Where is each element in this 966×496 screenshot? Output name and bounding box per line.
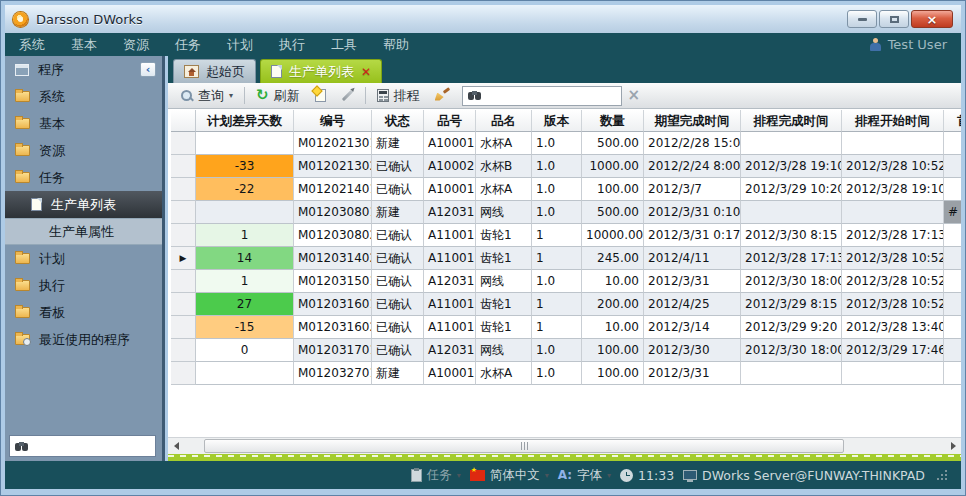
- sidebar-item-10[interactable]: 最近使用的程序: [5, 326, 162, 353]
- cell-sched_finish: 2012/3/30 8:15: [741, 224, 842, 247]
- sidebar-item-5[interactable]: 生产单列表: [5, 191, 162, 218]
- cell-sched_finish: 2012/3/28 17:13: [741, 247, 842, 270]
- scroll-left-button[interactable]: [168, 438, 184, 455]
- column-header-part_no[interactable]: 品号: [424, 110, 476, 132]
- table-row[interactable]: -22M012021401已确认A10001水杯A1.0100.002012/3…: [171, 178, 961, 201]
- row-selector[interactable]: [171, 362, 196, 385]
- toolbar-search-input[interactable]: [473, 89, 628, 103]
- cell-diff: [196, 132, 294, 155]
- cell-part_no: A10002: [424, 155, 476, 178]
- row-selector[interactable]: [171, 339, 196, 362]
- cell-version: 1.0: [532, 362, 582, 385]
- column-header-sched_finish[interactable]: 排程完成时间: [741, 110, 842, 132]
- row-selector[interactable]: [171, 155, 196, 178]
- table-row[interactable]: 0M012031701已确认A12031网线1.0100.002012/3/30…: [171, 339, 961, 362]
- cell-sched_start: 2012/3/28 10:52: [842, 270, 944, 293]
- menu-item-8[interactable]: 帮助: [383, 36, 409, 54]
- cell-qty: 10000.00: [582, 224, 644, 247]
- edit-button[interactable]: [337, 92, 358, 99]
- sidebar-item-label: 基本: [39, 115, 65, 133]
- cell-diff: [196, 201, 294, 224]
- language-dropdown[interactable]: 简体中文 ▾: [470, 467, 549, 484]
- query-button[interactable]: 查询 ▾: [176, 85, 237, 107]
- table-row[interactable]: M012021301新建A10001水杯A1.0500.002012/2/28 …: [171, 132, 961, 155]
- row-selector[interactable]: [171, 316, 196, 339]
- sidebar-item-3[interactable]: 资源: [5, 137, 162, 164]
- sidebar-collapse-button[interactable]: ‹: [140, 62, 156, 77]
- table-row[interactable]: -33M012021302已确认A10002水杯B1.01000.002012/…: [171, 155, 961, 178]
- menu-item-7[interactable]: 工具: [331, 36, 357, 54]
- maximize-button[interactable]: [879, 10, 909, 28]
- horizontal-scrollbar: [168, 437, 961, 454]
- font-dropdown[interactable]: A: 字体 ▾: [558, 467, 611, 484]
- tab-2[interactable]: 生产单列表✕: [260, 59, 382, 83]
- chevron-down-icon: ▾: [457, 471, 461, 480]
- table-row[interactable]: 1M012030802已确认A11001齿轮1110000.002012/3/3…: [171, 224, 961, 247]
- column-header-code[interactable]: 编号: [294, 110, 372, 132]
- close-button[interactable]: ×: [911, 10, 953, 28]
- resize-grip[interactable]: [938, 471, 947, 480]
- column-header-version[interactable]: 版本: [532, 110, 582, 132]
- cell-status: 新建: [372, 362, 424, 385]
- tab-close-icon[interactable]: ✕: [361, 66, 371, 78]
- cell-diff: -15: [196, 316, 294, 339]
- sidebar-item-9[interactable]: 看板: [5, 299, 162, 326]
- header-selector-cell: [171, 110, 196, 132]
- table-row[interactable]: M012032701新建A10001水杯A1.0100.002012/3/31: [171, 362, 961, 385]
- scrollbar-track[interactable]: [184, 438, 945, 455]
- menu-item-4[interactable]: 任务: [175, 36, 201, 54]
- cell-part_name: 网线: [476, 339, 532, 362]
- clean-button[interactable]: [431, 87, 453, 105]
- row-selector[interactable]: [171, 178, 196, 201]
- menu-item-1[interactable]: 系统: [19, 36, 45, 54]
- sidebar-item-4[interactable]: 任务: [5, 164, 162, 191]
- cell-part_no: A12031: [424, 270, 476, 293]
- cell-status: 已确认: [372, 247, 424, 270]
- menu-item-5[interactable]: 计划: [227, 36, 253, 54]
- user-chip[interactable]: Test User: [869, 37, 947, 52]
- column-header-diff[interactable]: 计划差异天数: [196, 110, 294, 132]
- row-selector[interactable]: [171, 270, 196, 293]
- sidebar-search-input[interactable]: [20, 439, 175, 453]
- scrollbar-thumb[interactable]: [204, 439, 844, 453]
- new-button[interactable]: [311, 87, 330, 104]
- sidebar-item-7[interactable]: 计划: [5, 245, 162, 272]
- column-header-part_name[interactable]: 品名: [476, 110, 532, 132]
- row-selector[interactable]: ▶: [171, 247, 196, 270]
- schedule-button[interactable]: 排程: [373, 85, 424, 107]
- task-label: 任务: [427, 467, 452, 484]
- row-selector[interactable]: [171, 293, 196, 316]
- column-header-status[interactable]: 状态: [372, 110, 424, 132]
- tab-1[interactable]: 起始页: [173, 59, 256, 83]
- cell-extra: [944, 293, 961, 316]
- menu-item-6[interactable]: 执行: [279, 36, 305, 54]
- table-row[interactable]: M012030801新建A12031网线1.0500.002012/3/31 0…: [171, 201, 961, 224]
- column-header-extra[interactable]: 首: [944, 110, 961, 132]
- table-row[interactable]: -15M012031602已确认A11001齿轮1110.002012/3/14…: [171, 316, 961, 339]
- sidebar-item-2[interactable]: 基本: [5, 110, 162, 137]
- table-row[interactable]: ▶14M012031402已确认A11001齿轮11245.002012/4/1…: [171, 247, 961, 270]
- table-row[interactable]: 27M012031601已确认A11001齿轮11200.002012/4/25…: [171, 293, 961, 316]
- row-selector[interactable]: [171, 201, 196, 224]
- sidebar-item-1[interactable]: 系统: [5, 83, 162, 110]
- row-selector[interactable]: [171, 132, 196, 155]
- scroll-right-button[interactable]: [945, 438, 961, 455]
- table-row[interactable]: 1M012031501已确认A12031网线1.010.002012/3/312…: [171, 270, 961, 293]
- sidebar-item-label: 计划: [39, 250, 65, 268]
- cell-expected: 2012/2/28 15:00: [644, 132, 741, 155]
- sidebar-item-6[interactable]: 生产单属性: [5, 218, 162, 245]
- minimize-button[interactable]: [847, 10, 877, 28]
- cell-version: 1.0: [532, 178, 582, 201]
- menu-item-3[interactable]: 资源: [123, 36, 149, 54]
- sidebar-item-8[interactable]: 执行: [5, 272, 162, 299]
- refresh-button[interactable]: ↻ 刷新: [252, 85, 304, 107]
- task-dropdown[interactable]: 任务 ▾: [411, 467, 461, 484]
- menu-item-2[interactable]: 基本: [71, 36, 97, 54]
- toolbar-search-clear-icon[interactable]: ×: [628, 88, 641, 103]
- row-selector[interactable]: [171, 224, 196, 247]
- column-header-sched_start[interactable]: 排程开始时间: [842, 110, 944, 132]
- cell-part_name: 网线: [476, 270, 532, 293]
- column-header-expected[interactable]: 期望完成时间: [644, 110, 741, 132]
- cell-extra: [944, 178, 961, 201]
- column-header-qty[interactable]: 数量: [582, 110, 644, 132]
